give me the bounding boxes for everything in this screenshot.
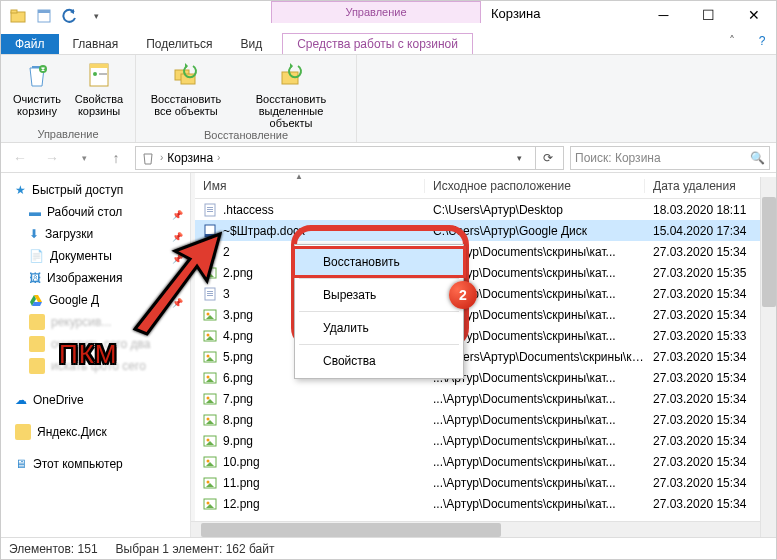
cell-date: 27.03.2020 15:34 [645,497,776,511]
scrollbar-thumb[interactable] [762,197,776,307]
file-list[interactable]: .htaccessC:\Users\Артур\Desktop18.03.202… [195,199,776,537]
tab-file[interactable]: Файл [1,34,59,54]
table-row[interactable]: 5.pngC:\Users\Артур\Documents\скрины\кат… [195,346,776,367]
table-row[interactable]: 12.png...\Артур\Documents\скрины\кат...2… [195,493,776,514]
tab-home[interactable]: Главная [59,34,133,54]
sidebar-desktop[interactable]: ▬Рабочий стол [1,201,190,223]
annotation-pkm-label: ПКМ [59,339,118,370]
undo-icon[interactable] [59,5,81,27]
cell-name: 9.png [195,434,425,448]
svg-rect-1 [11,10,17,13]
address-bar[interactable]: › Корзина › ▾ ⟳ [135,146,564,170]
sidebar-thispc[interactable]: 🖥Этот компьютер [1,453,190,475]
sidebar-pictures[interactable]: 🖼Изображения [1,267,190,289]
column-location[interactable]: Исходное расположение [425,179,645,193]
svg-point-31 [207,333,210,336]
breadcrumb-sep2[interactable]: › [217,152,220,163]
ribbon-group-restore-title: Восстановление [204,129,288,141]
breadcrumb-location[interactable]: Корзина [167,151,213,165]
file-name: 11.png [223,476,260,490]
contextual-tab-header: Управление [271,1,481,23]
up-button[interactable]: ↑ [103,145,129,171]
table-row[interactable]: 9.png...\Артур\Documents\скрины\кат...27… [195,430,776,451]
pin-icon [172,229,182,239]
context-menu: Восстановить Вырезать Удалить Свойства 2 [294,244,464,379]
tab-recycle-tools[interactable]: Средства работы с корзиной [282,33,473,54]
restore-selected-button[interactable]: Восстановить выделенные объекты [236,59,346,129]
table-row[interactable]: 3.png...\Артур\Documents\скрины\кат...27… [195,304,776,325]
table-row[interactable]: 2.png...\Артур\Documents\скрины\кат...27… [195,262,776,283]
svg-point-43 [207,459,210,462]
sidebar-quick-access[interactable]: ★Быстрый доступ [1,179,190,201]
svg-rect-6 [90,64,108,68]
svg-rect-19 [207,249,213,250]
horizontal-scrollbar[interactable] [191,521,760,537]
table-row[interactable]: 7.png...\Артур\Documents\скрины\кат...27… [195,388,776,409]
svg-rect-13 [207,207,213,208]
forward-button[interactable]: → [39,145,65,171]
refresh-button[interactable]: ⟳ [535,147,559,169]
context-separator [299,278,459,279]
tab-share[interactable]: Поделиться [132,34,226,54]
help-icon[interactable]: ? [752,31,772,51]
sidebar-pictures-label: Изображения [47,271,122,285]
sidebar-thispc-label: Этот компьютер [33,457,123,471]
properties-icon[interactable] [33,5,55,27]
table-row[interactable]: 10.png...\Артур\Documents\скрины\кат...2… [195,451,776,472]
folder-icon[interactable] [7,5,29,27]
search-icon[interactable]: 🔍 [750,151,765,165]
back-button[interactable]: ← [7,145,33,171]
context-restore[interactable]: Восстановить [295,249,463,275]
sidebar-yadisk[interactable]: Яндекс.Диск [1,421,190,443]
context-delete[interactable]: Удалить [295,315,463,341]
column-date[interactable]: Дата удаления [645,179,776,193]
file-name: .htaccess [223,203,274,217]
table-row[interactable]: 6.png...\Артур\Documents\скрины\кат...27… [195,367,776,388]
vertical-scrollbar[interactable] [760,177,776,537]
status-count: Элементов: 151 [9,542,98,556]
folder-icon [29,336,45,352]
cell-date: 27.03.2020 15:34 [645,455,776,469]
cell-date: 27.03.2020 15:34 [645,245,776,259]
restore-all-button[interactable]: Восстановить все объекты [146,59,226,129]
sidebar-documents[interactable]: 📄Документы [1,245,190,267]
empty-bin-button[interactable]: Очистить корзину [11,59,63,117]
svg-rect-26 [207,293,213,294]
svg-point-45 [207,480,210,483]
bin-props-button[interactable]: Свойства корзины [73,59,125,117]
context-cut[interactable]: Вырезать [295,282,463,308]
sidebar-onedrive[interactable]: ☁OneDrive [1,389,190,411]
maximize-button[interactable]: ☐ [686,1,731,29]
search-box[interactable]: Поиск: Корзина 🔍 [570,146,770,170]
pc-icon: 🖥 [15,457,27,471]
cell-date: 27.03.2020 15:34 [645,413,776,427]
cell-date: 18.03.2020 18:11 [645,203,776,217]
cell-date: 27.03.2020 15:33 [645,329,776,343]
table-row[interactable]: .htaccessC:\Users\Артур\Desktop18.03.202… [195,199,776,220]
file-icon [203,266,217,280]
ribbon-toggle-icon[interactable]: ˄ [722,31,742,51]
sidebar-folder-blurred[interactable]: рекурсив... [1,311,190,333]
annotation-step-badge: 2 [449,281,477,309]
context-props[interactable]: Свойства [295,348,463,374]
ribbon-group-restore: Восстановить все объекты Восстановить вы… [136,55,357,142]
table-row[interactable]: 3...\Артур\Documents\скрины\кат...27.03.… [195,283,776,304]
table-row[interactable]: 4.png...\Артур\Documents\скрины\кат...27… [195,325,776,346]
close-button[interactable]: ✕ [731,1,776,29]
minimize-button[interactable]: ─ [641,1,686,29]
table-row[interactable]: 2...\Артур\Documents\скрины\кат...27.03.… [195,241,776,262]
table-row[interactable]: 8.png...\Артур\Documents\скрины\кат...27… [195,409,776,430]
sidebar-downloads[interactable]: ⬇Загрузки [1,223,190,245]
svg-rect-27 [207,295,213,296]
cell-location: ...\Артур\Documents\скрины\кат... [425,497,645,511]
recent-dropdown[interactable]: ▾ [71,145,97,171]
scrollbar-thumb[interactable] [201,523,501,537]
column-name[interactable]: Имя [195,179,425,193]
tab-view[interactable]: Вид [226,34,276,54]
table-row[interactable]: 11.png...\Артур\Documents\скрины\кат...2… [195,472,776,493]
history-dropdown[interactable]: ▾ [507,147,531,169]
sidebar-gdrive[interactable]: Google Д [1,289,190,311]
table-row[interactable]: ~$Штраф.docxC:\Users\Артур\Google Диск15… [195,220,776,241]
qat-dropdown-icon[interactable]: ▾ [85,5,107,27]
column-headers: ▲ Имя Исходное расположение Дата удалени… [195,173,776,199]
